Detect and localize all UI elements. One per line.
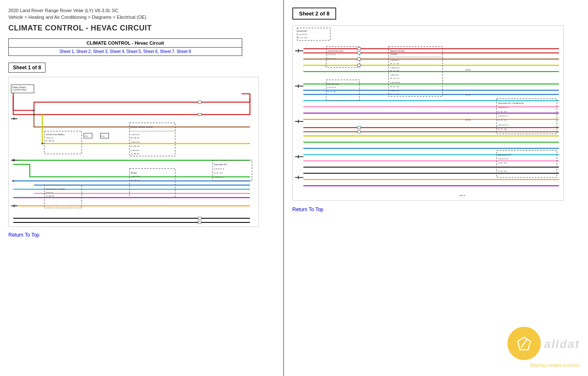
index-table-links[interactable]: Sheet 1, Sheet 2, Sheet 3, Sheet 4, Shee…	[9, 48, 242, 56]
svg-text:ZL, RL, 140: ZL, RL, 140	[498, 128, 507, 130]
svg-text:→: →	[248, 143, 249, 145]
svg-text:RL, RA, UR: RL, RA, UR	[46, 140, 54, 142]
svg-text:Module-Climate: Module-Climate	[390, 50, 405, 52]
svg-text:C<B>2-U1: C<B>2-U1	[46, 137, 54, 139]
svg-text:→: →	[557, 58, 558, 61]
wiring-diagram-sheet2: Assembly C<P>U3-U1 RL, UL, UTK	[292, 25, 564, 201]
svg-point-30	[41, 143, 43, 145]
svg-text:F210: F210	[101, 136, 105, 138]
svg-rect-108	[357, 58, 361, 61]
svg-text:RL, RA, 100: RL, RA, 100	[131, 179, 140, 182]
svg-rect-106	[357, 48, 361, 50]
svg-text:→: →	[248, 101, 249, 103]
svg-text:→: →	[248, 114, 249, 116]
svg-text:RL, RA, UR: RL, RA, UR	[46, 195, 54, 197]
index-table-header: CLIMATE CONTROL - Hevac Circuit	[9, 39, 242, 48]
svg-text:RL, RA, UR: RL, RA, UR	[131, 153, 139, 155]
svg-text:C<A>14-FL-C: C<A>14-FL-C	[214, 176, 224, 178]
svg-text:→: →	[557, 127, 558, 129]
svg-text:→: →	[557, 52, 558, 54]
svg-rect-110	[357, 126, 361, 129]
breadcrumb: Vehicle > Heating and Air Conditioning >…	[8, 15, 275, 20]
watermark-logo-text: alldat	[544, 338, 580, 351]
svg-text:C<B>4-J2: C<B>4-J2	[46, 192, 53, 194]
svg-text:C<A>14-PL-B: C<A>14-PL-B	[498, 158, 508, 160]
svg-text:Blower: Blower	[131, 172, 137, 174]
svg-text:Module-Climate Control: Module-Climate Control	[131, 126, 152, 129]
return-link-right[interactable]: Return To Top	[292, 207, 580, 212]
svg-text:Assembly: Assembly	[298, 30, 307, 32]
svg-rect-55	[198, 221, 201, 224]
svg-text:Subcooler-A/C: Subcooler-A/C	[498, 154, 512, 156]
sheet-link-1[interactable]: Sheet 1	[60, 49, 74, 54]
svg-text:C<A>PU3-N: C<A>PU3-N	[390, 90, 399, 92]
svg-text:SPD30: SPD30	[466, 94, 471, 96]
svg-text:→: →	[557, 48, 558, 50]
svg-rect-109	[357, 64, 361, 67]
svg-text:C<A>PU3-J: C<A>PU3-J	[131, 134, 139, 136]
svg-text:C<A>PU3-J: C<A>PU3-J	[390, 59, 399, 61]
svg-text:C<A>14-FL-B: C<A>14-FL-B	[498, 106, 508, 109]
svg-text:Junction box-Transm: Junction box-Transm	[46, 189, 65, 191]
svg-text:→: →	[248, 222, 249, 224]
svg-text:RL, UL, 140: RL, UL, 140	[390, 70, 399, 72]
sheet-link-6[interactable]: Sheet 6	[143, 49, 157, 54]
sheet-label-right: Sheet 2 of 8	[292, 8, 336, 20]
svg-text:RL, UL, 100: RL, UL, 100	[327, 58, 336, 60]
svg-text:→: →	[557, 131, 558, 133]
svg-text:C<P>U3-J1: C<P>U3-J1	[327, 53, 336, 56]
svg-text:GND-J2: GND-J2	[459, 194, 465, 197]
svg-text:→: →	[248, 180, 249, 182]
svg-text:Junction box-fuse: Junction box-fuse	[327, 50, 343, 52]
svg-text:C<A>PU3-L: C<A>PU3-L	[131, 149, 140, 151]
svg-text:Junction box-Battery: Junction box-Battery	[46, 134, 65, 136]
svg-text:C<A>PU1-A: C<A>PU1-A	[131, 175, 140, 177]
watermark-logo-circle	[507, 327, 541, 360]
svg-text:SPD30: SPD30	[466, 119, 471, 121]
svg-text:C<P>U3-J2: C<P>U3-J2	[327, 86, 336, 88]
svg-text:F200: F200	[84, 136, 89, 138]
sheet-link-2[interactable]: Sheet 2	[76, 49, 91, 54]
svg-text:C<A>14-FL-D: C<A>14-FL-D	[498, 124, 508, 126]
svg-text:C<A>PU3-K: C<A>PU3-K	[390, 67, 399, 69]
svg-line-123	[521, 339, 527, 348]
svg-text:G-EARTH-M(1): G-EARTH-M(1)	[13, 89, 27, 91]
svg-text:ZL, RL, 120: ZL, RL, 120	[498, 170, 507, 172]
svg-rect-53	[198, 114, 201, 116]
svg-text:Junction-fuse: Junction-fuse	[327, 83, 340, 85]
svg-text:RL, UL, UTK: RL, UL, UTK	[298, 37, 307, 39]
sheet-label-left: Sheet 1 of 8	[8, 63, 46, 73]
svg-text:Subcooler-A/C: Subcooler-A/C	[214, 164, 228, 166]
svg-text:Subcooler-A/C Conditioning: Subcooler-A/C Conditioning	[498, 102, 524, 104]
svg-point-29	[33, 114, 35, 116]
svg-text:C<A>14-FL-B: C<A>14-FL-B	[214, 168, 224, 170]
svg-text:ZL, RL, 100: ZL, RL, 100	[214, 172, 223, 174]
svg-text:C<A>PU3-L: C<A>PU3-L	[390, 74, 399, 76]
svg-rect-111	[357, 131, 361, 133]
svg-text:C<A>14-PL-C: C<A>14-PL-C	[498, 166, 508, 168]
svg-text:C<P>U3-U1: C<P>U3-U1	[298, 33, 307, 35]
sheet-link-5[interactable]: Sheet 5	[127, 49, 141, 54]
svg-text:→: →	[557, 65, 558, 67]
sheet-link-8[interactable]: Sheet 8	[177, 49, 191, 54]
page-title: CLIMATE CONTROL - HEVAC CIRCUIT	[8, 24, 275, 33]
svg-rect-52	[198, 101, 201, 103]
svg-text:Control: Control	[390, 53, 397, 56]
sheet-link-3[interactable]: Sheet 3	[93, 49, 107, 54]
svg-text:ZL, RL, 120: ZL, RL, 120	[498, 119, 507, 121]
svg-text:C<A>PU3-M: C<A>PU3-M	[390, 81, 400, 83]
svg-text:RL, UL, 175: RL, UL, 175	[390, 77, 399, 79]
return-link-left[interactable]: Return To Top	[8, 232, 275, 238]
svg-text:RL, UL, 140: RL, UL, 140	[327, 91, 336, 93]
svg-text:RL, UL, 175: RL, UL, 175	[390, 93, 399, 95]
svg-text:SPD30: SPD30	[466, 69, 471, 71]
sheet-link-7[interactable]: Sheet 7	[160, 49, 174, 54]
svg-text:ZL, RL, 100: ZL, RL, 100	[498, 111, 507, 113]
svg-text:Battery-Battery: Battery-Battery	[13, 86, 27, 88]
watermark: alldat Sharing creates success	[507, 327, 580, 368]
sheet-link-4[interactable]: Sheet 4	[110, 49, 124, 54]
svg-text:→: →	[248, 159, 249, 162]
watermark-tagline: Sharing creates success	[530, 363, 580, 368]
svg-text:RL, RA, UR: RL, RA, UR	[131, 145, 139, 147]
svg-text:ZL, RL, 100: ZL, RL, 100	[498, 162, 507, 164]
